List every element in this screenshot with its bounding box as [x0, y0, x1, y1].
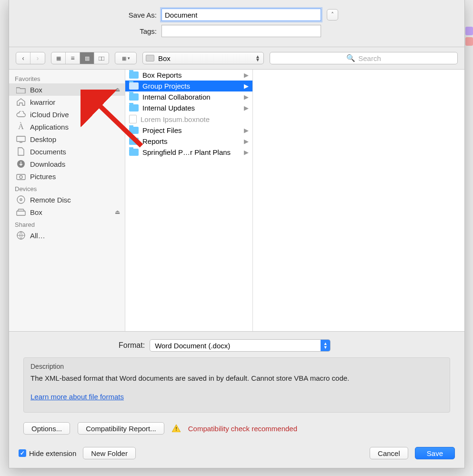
file-row[interactable]: Lorem Ipsum.boxnote	[125, 113, 252, 125]
sidebar-header-shared: Shared	[9, 218, 125, 229]
forward-button[interactable]: ›	[30, 52, 45, 64]
home-icon	[16, 98, 26, 106]
file-label: Lorem Ipsum.boxnote	[141, 115, 210, 123]
sidebar-item-label: Applications	[30, 123, 69, 131]
new-folder-button[interactable]: New Folder	[83, 447, 136, 459]
coverflow-icon: ⎕⎕	[99, 56, 104, 61]
grid-icon: ▦	[56, 55, 61, 61]
file-browser: Favorites Box ⏏ kwarrior iCloud Drive À …	[9, 70, 464, 332]
file-row[interactable]: Internal Updates▶	[125, 102, 252, 113]
save-button[interactable]: Save	[415, 447, 455, 459]
file-label: Reports	[142, 137, 168, 145]
save-dialog: Save As: ˄ Tags: ‹ › ▦ ≡ ▥ ⎕⎕ ▦ ▾	[9, 0, 465, 468]
disc-icon	[16, 195, 26, 204]
chevron-right-icon: ›	[37, 54, 39, 62]
folder-icon	[129, 82, 139, 90]
folder-icon	[16, 85, 26, 94]
compatibility-report-button[interactable]: Compatibility Report...	[78, 422, 164, 435]
checkbox-checked-icon: ✓	[19, 449, 26, 457]
sidebar-item-label: All…	[30, 232, 45, 240]
updown-icon: ▲▼	[321, 340, 330, 351]
browser-column-1: Box Reports▶ Group Projects▶ Internal Co…	[125, 70, 253, 331]
coverflow-view-button[interactable]: ⎕⎕	[94, 52, 109, 64]
warning-icon: !	[172, 425, 181, 432]
svg-point-5	[20, 199, 22, 201]
folder-icon	[129, 93, 139, 101]
search-field[interactable]: 🔍 Search	[270, 52, 458, 64]
sidebar-item-all-shared[interactable]: All…	[9, 229, 125, 242]
sidebar-item-label: iCloud Drive	[30, 111, 69, 119]
search-placeholder: Search	[358, 54, 381, 62]
file-row[interactable]: Group Projects▶	[125, 81, 252, 91]
back-button[interactable]: ‹	[16, 52, 30, 64]
svg-text:!: !	[175, 426, 177, 432]
nav-back-forward: ‹ ›	[16, 52, 45, 64]
sidebar-item-documents[interactable]: Documents	[9, 145, 125, 158]
eject-icon[interactable]: ⏏	[115, 209, 120, 215]
sidebar-item-box[interactable]: Box ⏏	[9, 83, 125, 96]
file-label: Project Files	[142, 126, 182, 134]
svg-rect-6	[17, 211, 25, 215]
collapse-toggle-button[interactable]: ˄	[327, 9, 338, 20]
file-row[interactable]: Project Files▶	[125, 125, 252, 136]
icon-view-button[interactable]: ▦	[51, 52, 66, 64]
updown-icon: ▲▼	[255, 55, 260, 61]
sidebar-item-home[interactable]: kwarrior	[9, 96, 125, 108]
folder-icon	[129, 104, 139, 111]
learn-more-link[interactable]: Learn more about file formats	[30, 393, 124, 401]
file-row[interactable]: Box Reports▶	[125, 70, 252, 81]
cancel-button[interactable]: Cancel	[370, 447, 408, 459]
columns-icon: ▥	[85, 55, 90, 61]
save-as-input[interactable]	[161, 9, 321, 21]
svg-point-4	[17, 196, 25, 203]
folder-icon	[129, 149, 139, 156]
sidebar-item-pictures[interactable]: Pictures	[9, 170, 125, 182]
cloud-icon	[16, 110, 26, 119]
chevron-right-icon: ▶	[244, 149, 249, 156]
file-label: Box Reports	[142, 71, 182, 79]
sidebar-item-label: Desktop	[30, 135, 56, 143]
file-row[interactable]: Internal Collaboration▶	[125, 91, 252, 102]
tags-label: Tags:	[28, 27, 161, 35]
sidebar-item-label: Downloads	[30, 160, 65, 168]
browser-column-2	[253, 70, 464, 331]
download-icon	[16, 160, 26, 168]
sidebar-header-favorites: Favorites	[9, 72, 125, 83]
format-select[interactable]: Word Document (.docx) ▲▼	[150, 339, 331, 352]
folder-icon	[129, 127, 139, 134]
description-text: The XML-based format that Word documents…	[30, 374, 443, 382]
sidebar: Favorites Box ⏏ kwarrior iCloud Drive À …	[9, 70, 125, 331]
sidebar-item-downloads[interactable]: Downloads	[9, 158, 125, 170]
sidebar-item-icloud[interactable]: iCloud Drive	[9, 108, 125, 121]
list-view-button[interactable]: ≡	[66, 52, 80, 64]
chevron-right-icon: ▶	[244, 82, 249, 90]
drive-icon	[16, 208, 26, 216]
eject-icon[interactable]: ⏏	[115, 86, 120, 93]
sidebar-item-label: Remote Disc	[30, 196, 71, 204]
file-row[interactable]: Reports▶	[125, 136, 252, 147]
camera-icon	[16, 172, 26, 181]
arrange-button[interactable]: ▦ ▾	[115, 52, 136, 64]
file-label: Internal Collaboration	[142, 93, 211, 101]
sidebar-item-box-drive[interactable]: Box ⏏	[9, 206, 125, 218]
file-label: Group Projects	[142, 82, 190, 90]
applications-icon: À	[16, 122, 26, 131]
tags-input[interactable]	[161, 25, 321, 37]
background-app-hint	[465, 27, 473, 55]
save-as-label: Save As:	[28, 11, 161, 19]
svg-rect-2	[17, 174, 25, 180]
path-label: Box	[158, 54, 171, 62]
folder-icon	[129, 138, 139, 145]
chevron-right-icon: ▶	[244, 127, 249, 134]
sidebar-item-desktop[interactable]: Desktop	[9, 133, 125, 145]
sidebar-item-remote-disc[interactable]: Remote Disc	[9, 193, 125, 206]
options-button[interactable]: Options...	[23, 422, 70, 435]
column-view-button[interactable]: ▥	[80, 52, 94, 64]
sidebar-item-applications[interactable]: À Applications	[9, 121, 125, 133]
file-label: Internal Updates	[142, 104, 195, 112]
chevron-right-icon: ▶	[244, 93, 249, 101]
path-popup[interactable]: Box ▲▼	[142, 52, 264, 64]
hide-extension-checkbox[interactable]: ✓ Hide extension	[19, 449, 76, 457]
file-row[interactable]: Springfield P…r Plant Plans▶	[125, 147, 252, 158]
folder-icon	[129, 71, 139, 79]
